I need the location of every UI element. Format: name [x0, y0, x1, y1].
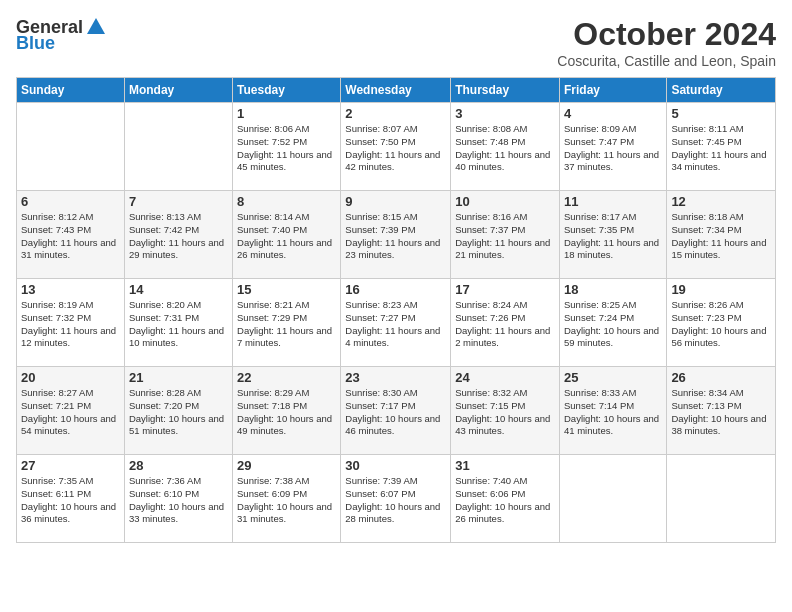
day-number: 1	[237, 106, 336, 121]
calendar-cell: 9Sunrise: 8:15 AM Sunset: 7:39 PM Daylig…	[341, 191, 451, 279]
weekday-header-friday: Friday	[559, 78, 666, 103]
day-info: Sunrise: 8:14 AM Sunset: 7:40 PM Dayligh…	[237, 211, 336, 262]
calendar-cell: 17Sunrise: 8:24 AM Sunset: 7:26 PM Dayli…	[451, 279, 560, 367]
day-info: Sunrise: 8:29 AM Sunset: 7:18 PM Dayligh…	[237, 387, 336, 438]
logo-blue: Blue	[16, 34, 55, 52]
calendar-cell: 18Sunrise: 8:25 AM Sunset: 7:24 PM Dayli…	[559, 279, 666, 367]
day-number: 31	[455, 458, 555, 473]
calendar-cell: 6Sunrise: 8:12 AM Sunset: 7:43 PM Daylig…	[17, 191, 125, 279]
day-info: Sunrise: 8:23 AM Sunset: 7:27 PM Dayligh…	[345, 299, 446, 350]
calendar-cell	[559, 455, 666, 543]
day-number: 17	[455, 282, 555, 297]
day-info: Sunrise: 8:34 AM Sunset: 7:13 PM Dayligh…	[671, 387, 771, 438]
day-info: Sunrise: 8:21 AM Sunset: 7:29 PM Dayligh…	[237, 299, 336, 350]
day-number: 11	[564, 194, 662, 209]
day-number: 5	[671, 106, 771, 121]
day-info: Sunrise: 8:16 AM Sunset: 7:37 PM Dayligh…	[455, 211, 555, 262]
calendar-week-3: 13Sunrise: 8:19 AM Sunset: 7:32 PM Dayli…	[17, 279, 776, 367]
calendar-cell: 7Sunrise: 8:13 AM Sunset: 7:42 PM Daylig…	[124, 191, 232, 279]
day-info: Sunrise: 7:38 AM Sunset: 6:09 PM Dayligh…	[237, 475, 336, 526]
day-number: 4	[564, 106, 662, 121]
day-info: Sunrise: 8:11 AM Sunset: 7:45 PM Dayligh…	[671, 123, 771, 174]
day-info: Sunrise: 8:07 AM Sunset: 7:50 PM Dayligh…	[345, 123, 446, 174]
day-number: 20	[21, 370, 120, 385]
day-number: 22	[237, 370, 336, 385]
calendar-body: 1Sunrise: 8:06 AM Sunset: 7:52 PM Daylig…	[17, 103, 776, 543]
day-number: 2	[345, 106, 446, 121]
day-info: Sunrise: 8:12 AM Sunset: 7:43 PM Dayligh…	[21, 211, 120, 262]
day-number: 21	[129, 370, 228, 385]
day-number: 26	[671, 370, 771, 385]
calendar-cell: 15Sunrise: 8:21 AM Sunset: 7:29 PM Dayli…	[233, 279, 341, 367]
day-info: Sunrise: 8:09 AM Sunset: 7:47 PM Dayligh…	[564, 123, 662, 174]
day-number: 18	[564, 282, 662, 297]
weekday-header-saturday: Saturday	[667, 78, 776, 103]
weekday-header-tuesday: Tuesday	[233, 78, 341, 103]
calendar-cell: 11Sunrise: 8:17 AM Sunset: 7:35 PM Dayli…	[559, 191, 666, 279]
day-number: 29	[237, 458, 336, 473]
calendar-week-1: 1Sunrise: 8:06 AM Sunset: 7:52 PM Daylig…	[17, 103, 776, 191]
day-number: 6	[21, 194, 120, 209]
calendar-week-4: 20Sunrise: 8:27 AM Sunset: 7:21 PM Dayli…	[17, 367, 776, 455]
calendar-cell: 21Sunrise: 8:28 AM Sunset: 7:20 PM Dayli…	[124, 367, 232, 455]
calendar-cell: 1Sunrise: 8:06 AM Sunset: 7:52 PM Daylig…	[233, 103, 341, 191]
day-info: Sunrise: 7:36 AM Sunset: 6:10 PM Dayligh…	[129, 475, 228, 526]
calendar-cell: 25Sunrise: 8:33 AM Sunset: 7:14 PM Dayli…	[559, 367, 666, 455]
day-number: 12	[671, 194, 771, 209]
day-info: Sunrise: 8:08 AM Sunset: 7:48 PM Dayligh…	[455, 123, 555, 174]
calendar-cell: 16Sunrise: 8:23 AM Sunset: 7:27 PM Dayli…	[341, 279, 451, 367]
day-number: 30	[345, 458, 446, 473]
calendar-cell: 13Sunrise: 8:19 AM Sunset: 7:32 PM Dayli…	[17, 279, 125, 367]
day-info: Sunrise: 8:13 AM Sunset: 7:42 PM Dayligh…	[129, 211, 228, 262]
day-number: 14	[129, 282, 228, 297]
day-info: Sunrise: 7:40 AM Sunset: 6:06 PM Dayligh…	[455, 475, 555, 526]
day-info: Sunrise: 8:30 AM Sunset: 7:17 PM Dayligh…	[345, 387, 446, 438]
day-info: Sunrise: 8:20 AM Sunset: 7:31 PM Dayligh…	[129, 299, 228, 350]
calendar-cell: 3Sunrise: 8:08 AM Sunset: 7:48 PM Daylig…	[451, 103, 560, 191]
day-info: Sunrise: 8:28 AM Sunset: 7:20 PM Dayligh…	[129, 387, 228, 438]
day-info: Sunrise: 8:27 AM Sunset: 7:21 PM Dayligh…	[21, 387, 120, 438]
title-section: October 2024 Coscurita, Castille and Leo…	[557, 16, 776, 69]
calendar-cell: 10Sunrise: 8:16 AM Sunset: 7:37 PM Dayli…	[451, 191, 560, 279]
calendar-cell: 26Sunrise: 8:34 AM Sunset: 7:13 PM Dayli…	[667, 367, 776, 455]
day-number: 16	[345, 282, 446, 297]
day-info: Sunrise: 8:32 AM Sunset: 7:15 PM Dayligh…	[455, 387, 555, 438]
day-number: 25	[564, 370, 662, 385]
calendar-cell	[124, 103, 232, 191]
day-number: 3	[455, 106, 555, 121]
day-number: 9	[345, 194, 446, 209]
calendar-cell: 8Sunrise: 8:14 AM Sunset: 7:40 PM Daylig…	[233, 191, 341, 279]
calendar-cell: 19Sunrise: 8:26 AM Sunset: 7:23 PM Dayli…	[667, 279, 776, 367]
calendar-cell: 20Sunrise: 8:27 AM Sunset: 7:21 PM Dayli…	[17, 367, 125, 455]
weekday-header-sunday: Sunday	[17, 78, 125, 103]
day-number: 24	[455, 370, 555, 385]
day-number: 23	[345, 370, 446, 385]
calendar-cell: 27Sunrise: 7:35 AM Sunset: 6:11 PM Dayli…	[17, 455, 125, 543]
day-info: Sunrise: 8:19 AM Sunset: 7:32 PM Dayligh…	[21, 299, 120, 350]
main-title: October 2024	[557, 16, 776, 53]
calendar-cell: 12Sunrise: 8:18 AM Sunset: 7:34 PM Dayli…	[667, 191, 776, 279]
logo: General Blue	[16, 16, 107, 52]
day-number: 15	[237, 282, 336, 297]
calendar-cell: 23Sunrise: 8:30 AM Sunset: 7:17 PM Dayli…	[341, 367, 451, 455]
header: General Blue October 2024 Coscurita, Cas…	[16, 16, 776, 69]
calendar-header: SundayMondayTuesdayWednesdayThursdayFrid…	[17, 78, 776, 103]
logo-icon	[85, 16, 107, 38]
calendar-cell: 30Sunrise: 7:39 AM Sunset: 6:07 PM Dayli…	[341, 455, 451, 543]
calendar-cell: 31Sunrise: 7:40 AM Sunset: 6:06 PM Dayli…	[451, 455, 560, 543]
day-info: Sunrise: 7:39 AM Sunset: 6:07 PM Dayligh…	[345, 475, 446, 526]
calendar-cell: 14Sunrise: 8:20 AM Sunset: 7:31 PM Dayli…	[124, 279, 232, 367]
calendar-week-5: 27Sunrise: 7:35 AM Sunset: 6:11 PM Dayli…	[17, 455, 776, 543]
calendar-cell: 28Sunrise: 7:36 AM Sunset: 6:10 PM Dayli…	[124, 455, 232, 543]
weekday-header-row: SundayMondayTuesdayWednesdayThursdayFrid…	[17, 78, 776, 103]
day-info: Sunrise: 8:33 AM Sunset: 7:14 PM Dayligh…	[564, 387, 662, 438]
day-number: 10	[455, 194, 555, 209]
calendar-cell	[17, 103, 125, 191]
day-info: Sunrise: 8:18 AM Sunset: 7:34 PM Dayligh…	[671, 211, 771, 262]
calendar-cell: 2Sunrise: 8:07 AM Sunset: 7:50 PM Daylig…	[341, 103, 451, 191]
day-info: Sunrise: 8:25 AM Sunset: 7:24 PM Dayligh…	[564, 299, 662, 350]
day-info: Sunrise: 8:24 AM Sunset: 7:26 PM Dayligh…	[455, 299, 555, 350]
day-number: 7	[129, 194, 228, 209]
day-info: Sunrise: 8:15 AM Sunset: 7:39 PM Dayligh…	[345, 211, 446, 262]
subtitle: Coscurita, Castille and Leon, Spain	[557, 53, 776, 69]
